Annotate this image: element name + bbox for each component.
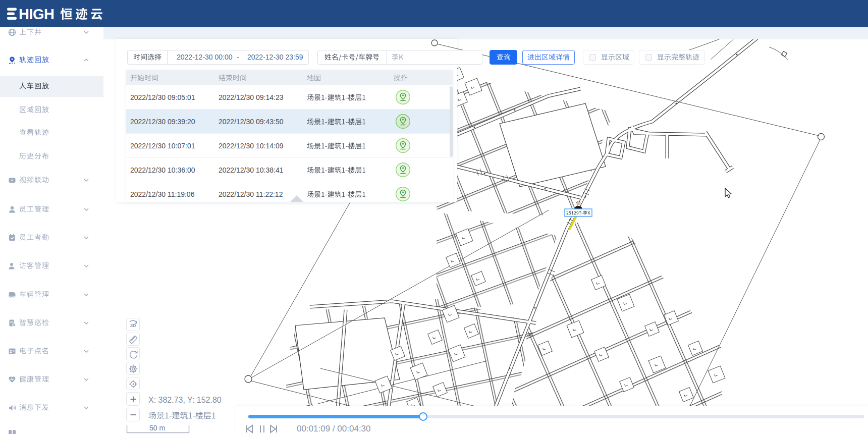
svg-text:HIGH: HIGH [19,6,55,22]
svg-text:3D: 3D [130,323,136,328]
